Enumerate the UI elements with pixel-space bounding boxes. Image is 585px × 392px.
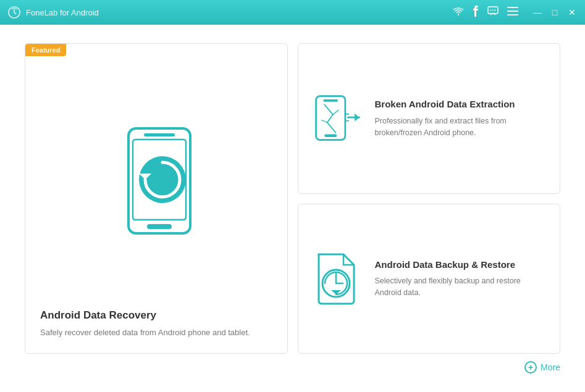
app-title: FoneLab for Android xyxy=(26,8,99,17)
more-circle-icon: + xyxy=(524,361,537,373)
app-logo-icon xyxy=(7,6,21,19)
broken-extraction-icon xyxy=(313,91,363,146)
more-label: More xyxy=(541,362,560,372)
svg-point-1 xyxy=(458,14,459,15)
svg-rect-12 xyxy=(147,224,172,229)
backup-restore-title: Android Data Backup & Restore xyxy=(375,259,545,271)
broken-extraction-text: Broken Android Data Extraction Professio… xyxy=(375,98,545,138)
backup-restore-icon xyxy=(313,251,363,306)
backup-restore-desc: Selectively and flexibly backup and rest… xyxy=(375,275,545,299)
facebook-icon[interactable] xyxy=(473,6,479,19)
svg-point-3 xyxy=(490,10,492,11)
menu-icon[interactable] xyxy=(507,7,518,18)
svg-rect-8 xyxy=(507,14,518,15)
svg-rect-6 xyxy=(507,7,518,8)
broken-extraction-title: Broken Android Data Extraction xyxy=(375,98,545,111)
titlebar-right: — □ ✕ xyxy=(453,6,578,19)
android-recovery-illustration xyxy=(95,116,218,252)
window-controls: — □ ✕ xyxy=(532,7,578,17)
svg-point-4 xyxy=(492,10,494,11)
recovery-card-title: Android Data Recovery xyxy=(40,309,272,322)
chat-icon[interactable] xyxy=(487,6,499,19)
broken-extraction-desc: Professionally fix and extract files fro… xyxy=(375,115,545,139)
svg-rect-16 xyxy=(323,99,338,102)
svg-rect-7 xyxy=(507,10,518,12)
recovery-card-text: Android Data Recovery Safely recover del… xyxy=(40,309,272,339)
backup-illustration xyxy=(314,251,362,306)
svg-point-5 xyxy=(495,10,496,11)
recovery-card-desc: Safely recover deleted data from Android… xyxy=(40,327,272,339)
svg-marker-19 xyxy=(355,114,359,122)
titlebar-left: FoneLab for Android xyxy=(7,6,99,19)
cards-grid: Featured A xyxy=(25,43,560,354)
titlebar: FoneLab for Android xyxy=(0,0,585,25)
android-recovery-card[interactable]: Featured A xyxy=(25,43,288,354)
more-button[interactable]: + More xyxy=(524,361,560,373)
bottom-bar: + More xyxy=(25,354,560,373)
maximize-button[interactable]: □ xyxy=(549,7,560,17)
recovery-card-image xyxy=(40,59,272,309)
svg-rect-17 xyxy=(324,134,337,137)
close-button[interactable]: ✕ xyxy=(566,7,578,17)
wifi-icon[interactable] xyxy=(453,7,464,18)
minimize-button[interactable]: — xyxy=(532,7,543,17)
backup-restore-text: Android Data Backup & Restore Selectivel… xyxy=(375,259,545,299)
broken-phone-illustration xyxy=(313,91,363,146)
backup-restore-card[interactable]: Android Data Backup & Restore Selectivel… xyxy=(298,204,561,354)
main-content: Featured A xyxy=(0,25,585,392)
broken-extraction-card[interactable]: Broken Android Data Extraction Professio… xyxy=(298,43,561,194)
featured-badge: Featured xyxy=(25,44,66,56)
svg-rect-11 xyxy=(144,133,175,136)
